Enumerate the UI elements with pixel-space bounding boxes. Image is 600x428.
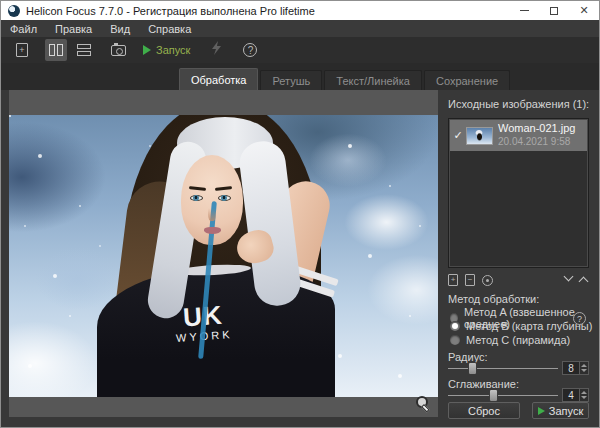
remove-image-button[interactable]: − [465, 274, 475, 286]
vertical-split-icon [49, 44, 63, 56]
toolbar-run-label: Запуск [156, 44, 190, 56]
method-section-title: Метод обработки: [448, 293, 539, 305]
minimize-icon [520, 10, 529, 11]
slider-track [448, 368, 558, 369]
smoothing-slider-handle[interactable] [489, 389, 498, 402]
add-image-button[interactable]: + [448, 274, 458, 286]
menu-view[interactable]: Вид [110, 23, 130, 35]
method-b-option[interactable]: Метод B (карта глубины) [450, 320, 592, 332]
add-file-icon: + [16, 43, 28, 57]
radius-slider-handle[interactable] [468, 362, 477, 375]
magnifier-cursor-icon [416, 396, 429, 409]
smoothing-value[interactable]: 4 [562, 388, 580, 402]
tab-retouching[interactable]: Ретушь [260, 70, 322, 90]
image-date: 20.04.2021 9:58 [498, 136, 575, 149]
minimize-button[interactable] [509, 1, 539, 20]
play-icon [143, 45, 151, 55]
menu-help[interactable]: Справка [148, 23, 191, 35]
spin-up-icon[interactable] [581, 364, 587, 367]
app-window: Helicon Focus 7.7.0 - Регистрация выполн… [0, 0, 600, 428]
right-panel: Исходные изображения (1): ✓ Woman-021.jp… [444, 90, 593, 417]
nose [208, 205, 216, 221]
toolbar-run-button[interactable]: Запуск [143, 44, 190, 56]
lightning-icon [212, 41, 221, 55]
close-button[interactable]: ✕ [569, 1, 599, 20]
radio-unselected-icon[interactable] [450, 335, 460, 345]
image-thumbnail [466, 127, 493, 145]
window-title: Helicon Focus 7.7.0 - Регистрация выполн… [26, 5, 315, 17]
toolbar-help-button[interactable]: ? [243, 43, 257, 57]
camera-button[interactable] [107, 39, 129, 61]
radius-value[interactable]: 8 [562, 361, 580, 375]
title-bar: Helicon Focus 7.7.0 - Регистрация выполн… [1, 1, 599, 20]
horizontal-split-icon [77, 44, 91, 56]
vertical-split-view-button[interactable] [45, 39, 67, 61]
add-images-button[interactable]: + [11, 39, 33, 61]
radio-selected-icon[interactable] [450, 321, 460, 331]
left-eye [190, 195, 203, 201]
tab-text-scale[interactable]: Текст/Линейка [324, 70, 422, 90]
play-icon [538, 407, 545, 415]
close-icon: ✕ [579, 5, 588, 16]
list-item[interactable]: ✓ Woman-021.jpg 20.04.2021 9:58 [450, 120, 587, 151]
reset-button[interactable]: Сброс [448, 402, 520, 419]
image-filename: Woman-021.jpg [498, 122, 575, 136]
helicon-focus-logo-icon [8, 5, 20, 17]
tab-strip: Обработка Ретушь Текст/Линейка Сохранени… [1, 63, 599, 90]
lips [204, 227, 221, 234]
window-controls: ✕ [509, 1, 599, 20]
tab-saving[interactable]: Сохранение [424, 70, 510, 90]
menu-edit[interactable]: Правка [55, 23, 92, 35]
source-images-header: Исходные изображения (1): [448, 98, 589, 110]
spin-down-icon[interactable] [581, 396, 587, 399]
source-images-list[interactable]: ✓ Woman-021.jpg 20.04.2021 9:58 [448, 118, 589, 268]
menu-file[interactable]: Файл [10, 23, 37, 35]
checkmark-icon[interactable]: ✓ [450, 129, 466, 142]
list-toolbar: + − [448, 272, 589, 288]
run-button-label: Запуск [549, 405, 583, 417]
spin-up-icon[interactable] [581, 391, 587, 394]
maximize-icon [550, 7, 558, 15]
menu-bar: Файл Правка Вид Справка [1, 20, 599, 37]
run-button[interactable]: Запуск [532, 402, 589, 419]
horizontal-split-view-button[interactable] [73, 39, 95, 61]
smoothing-spin-arrows[interactable] [580, 388, 589, 402]
gear-settings-icon[interactable] [482, 275, 493, 286]
maximize-button[interactable] [539, 1, 569, 20]
right-eye [218, 195, 231, 201]
smoothing-spinbox: 4 [562, 388, 589, 402]
woman-portrait-photo: UK WYORK [9, 115, 438, 397]
move-down-button[interactable] [564, 272, 574, 282]
image-viewport[interactable]: UK WYORK [9, 90, 438, 417]
radius-slider[interactable] [448, 362, 558, 375]
method-help-button[interactable]: ? [573, 312, 586, 325]
method-c-option[interactable]: Метод C (пирамида) [450, 334, 570, 346]
radius-spin-arrows[interactable] [580, 361, 589, 375]
lightning-button[interactable] [212, 41, 221, 59]
content-area: UK WYORK Исходные изображения (1): [1, 90, 599, 427]
tab-processing[interactable]: Обработка [179, 68, 258, 90]
radius-spinbox: 8 [562, 361, 589, 375]
move-up-button[interactable] [579, 277, 589, 287]
method-c-label: Метод C (пирамида) [466, 334, 570, 346]
spin-down-icon[interactable] [581, 369, 587, 372]
main-toolbar: + Запуск ? [1, 37, 599, 63]
smoothing-slider[interactable] [448, 389, 558, 402]
camera-icon [111, 45, 126, 56]
slider-track [448, 395, 558, 396]
snowflakes [9, 115, 11, 117]
